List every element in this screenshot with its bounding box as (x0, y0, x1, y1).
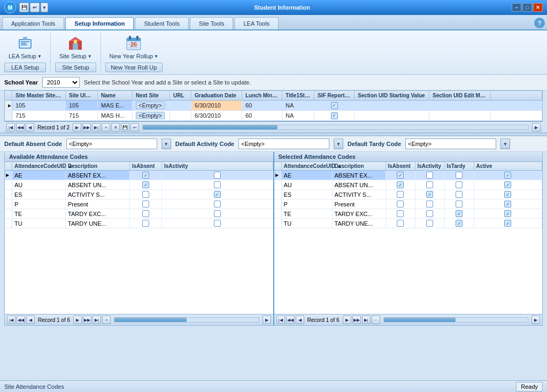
avail-nav-scrollbar[interactable] (114, 317, 259, 322)
sel-col-activity[interactable]: IsActivity (415, 162, 445, 170)
sel-nav-last[interactable]: ▶| (362, 316, 371, 324)
avail-activity-check-TU[interactable] (214, 220, 221, 227)
avail-absent-check-TU[interactable] (142, 220, 149, 227)
sel-absent-check-ES[interactable] (397, 191, 404, 198)
col-title1-status[interactable]: Title1Status (282, 91, 314, 100)
tab-application-tools[interactable]: Application Tools (2, 17, 64, 29)
avail-cell-code-AE[interactable]: AE (12, 171, 66, 180)
avail-row-P[interactable]: P Present (5, 199, 273, 209)
sel-absent-check-P[interactable] (397, 201, 404, 207)
avail-row-TU[interactable]: TU TARDY UNE... (5, 219, 273, 228)
new-year-rollup-button[interactable]: 26 New Year Rollup ▼ (105, 33, 163, 62)
sel-cell-desc-TE[interactable]: TARDY EXC... (333, 209, 386, 218)
site-nav-next[interactable]: ▶ (73, 123, 81, 132)
avail-cell-code-TU[interactable]: TU (12, 219, 66, 228)
avail-cell-desc-TU[interactable]: TARDY UNE... (66, 219, 130, 228)
sel-nav-next[interactable]: ▶ (343, 316, 351, 324)
cell-lunch-minutes-2[interactable]: 60 (242, 111, 282, 120)
avail-nav-prev-fast[interactable]: ◀◀ (17, 316, 25, 324)
sel-tardy-check-AU[interactable] (456, 181, 463, 188)
cell-name-1[interactable]: MAS E... (98, 101, 133, 110)
site-grid-row-1[interactable]: ▶ 105 105 MAS E... <Empty> 6/30/2010 60 … (5, 101, 542, 111)
avail-col-code[interactable]: AttendanceCodeUID ▲ (12, 162, 66, 170)
avail-row-AU[interactable]: AU ABSENT UN... (5, 180, 273, 190)
col-lunch-minutes[interactable]: Lunch Minutes (242, 91, 282, 100)
tab-setup-information[interactable]: Setup Information (65, 17, 134, 29)
sel-activity-check-TU[interactable] (426, 220, 433, 227)
site-setup-bottom-button[interactable]: Site Setup (55, 63, 96, 72)
avail-col-absent[interactable]: IsAbsent (130, 162, 162, 170)
cell-site-uid-2[interactable]: 715 (66, 111, 98, 120)
avail-nav-prev[interactable]: ◀ (26, 316, 35, 324)
avail-cell-code-P[interactable]: P (12, 199, 66, 209)
avail-row-ES[interactable]: ES ACTIVITY S... (5, 190, 273, 199)
sel-nav-prev[interactable]: ◀ (296, 316, 304, 324)
new-year-rollup-bottom-button[interactable]: New Year Roll Up (105, 63, 163, 72)
activity-code-input[interactable] (238, 139, 329, 149)
avail-absent-check-P[interactable] (142, 201, 149, 207)
sel-nav-prev-fast[interactable]: ◀◀ (286, 316, 295, 324)
sel-col-code[interactable]: AttendanceCodeUID ▲ (282, 162, 333, 170)
absent-code-input[interactable] (66, 139, 157, 149)
avail-row-TE[interactable]: TE TARDY EXC... (5, 209, 273, 219)
col-graduation-date[interactable]: Graduation Date (191, 91, 242, 100)
sif-reported-checkbox-2[interactable] (331, 112, 338, 119)
avail-activity-check-P[interactable] (214, 201, 221, 207)
sel-cell-code-AE[interactable]: AE (282, 171, 333, 180)
site-nav-prev-fast[interactable]: ◀◀ (16, 123, 25, 132)
quick-access-undo[interactable]: ↩ (30, 3, 40, 12)
avail-cell-code-AU[interactable]: AU (12, 180, 66, 189)
col-section-uid-start[interactable]: Section UID Starting Value (355, 91, 429, 100)
tab-lea-tools[interactable]: LEA Tools (234, 17, 279, 29)
cell-graduation-date-2[interactable]: 6/30/2010 (191, 111, 242, 120)
sel-active-check-ES[interactable] (504, 191, 511, 198)
sel-col-desc[interactable]: Description (333, 162, 386, 170)
sel-cell-code-P[interactable]: P (282, 199, 333, 209)
site-nav-undo[interactable]: ↩ (130, 123, 139, 132)
sel-absent-check-TE[interactable] (397, 210, 404, 217)
sel-active-check-TE[interactable] (504, 210, 511, 217)
avail-cell-desc-P[interactable]: Present (66, 199, 130, 209)
avail-nav-first[interactable]: |◀ (7, 316, 16, 324)
cell-title1-status-1[interactable]: NA (282, 101, 314, 110)
sel-activity-check-P[interactable] (426, 201, 433, 207)
sel-row-TU[interactable]: TU TARDY UNE... (274, 219, 543, 228)
avail-cell-desc-AU[interactable]: ABSENT UN... (66, 180, 130, 189)
sel-active-check-TU[interactable] (504, 220, 511, 227)
help-icon[interactable]: ? (534, 18, 545, 28)
lea-setup-bottom-button[interactable]: LEA Setup (4, 63, 46, 72)
sel-row-AU[interactable]: AU ABSENT UN... (274, 180, 543, 190)
avail-cell-desc-TE[interactable]: TARDY EXC... (66, 209, 130, 218)
avail-cell-desc-AE[interactable]: ABSENT EX... (66, 171, 130, 180)
sel-nav-scroll-right[interactable]: ▶ (531, 316, 540, 324)
sel-cell-desc-TU[interactable]: TARDY UNE... (333, 219, 386, 228)
sel-row-ES[interactable]: ES ACTIVITY S... (274, 190, 543, 199)
avail-nav-last[interactable]: ▶| (93, 316, 101, 324)
site-setup-button[interactable]: Site Setup ▼ (55, 33, 96, 62)
site-grid-row-2[interactable]: 715 715 MAS H... <Empty> 6/30/2010 60 NA (5, 111, 542, 121)
close-button[interactable]: ✕ (533, 3, 543, 12)
cell-section-uid-start-1[interactable] (355, 101, 429, 110)
avail-col-activity[interactable]: IsActivity (162, 162, 273, 170)
avail-absent-check-ES[interactable] (142, 191, 149, 198)
sel-activity-check-ES[interactable] (426, 191, 433, 198)
tab-site-tools[interactable]: Site Tools (190, 17, 234, 29)
avail-nav-add[interactable]: + (102, 316, 111, 324)
avail-absent-check-AE[interactable] (142, 172, 149, 179)
sel-cell-desc-P[interactable]: Present (333, 199, 386, 209)
school-year-select[interactable]: 2010 (42, 77, 80, 88)
site-nav-add[interactable]: + (102, 123, 110, 132)
sel-cell-code-ES[interactable]: ES (282, 190, 333, 199)
avail-activity-check-AU[interactable] (214, 181, 221, 188)
avail-cell-desc-ES[interactable]: ACTIVITY S... (66, 190, 130, 199)
cell-next-site-1[interactable]: <Empty> (133, 101, 170, 110)
maximize-button[interactable]: □ (522, 3, 532, 12)
quick-access-save[interactable]: 💾 (19, 3, 29, 12)
cell-url-2[interactable] (170, 111, 191, 120)
sel-active-check-P[interactable] (504, 201, 511, 207)
sel-absent-check-AE[interactable] (397, 172, 404, 179)
sel-nav-next-fast[interactable]: ▶▶ (352, 316, 361, 324)
avail-row-AE[interactable]: ▶ AE ABSENT EX... (5, 171, 273, 180)
sel-cell-code-TE[interactable]: TE (282, 209, 333, 218)
site-nav-next-fast[interactable]: ▶▶ (82, 123, 91, 132)
